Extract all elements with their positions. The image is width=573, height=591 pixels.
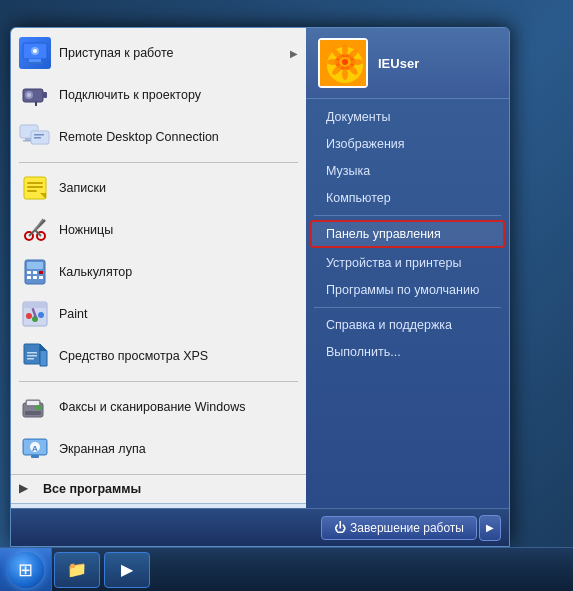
username: IEUser: [378, 56, 419, 71]
file-explorer-icon: 📁: [67, 560, 87, 579]
menu-item-nozhnicy[interactable]: Ножницы: [11, 209, 306, 251]
user-avatar: [318, 38, 368, 88]
user-section: IEUser: [306, 28, 509, 99]
menu-item-text-magnifier: Экранная лупа: [59, 442, 146, 456]
menu-item-text-pristupat: Приступая к работе: [59, 46, 173, 60]
svg-point-63: [342, 59, 348, 65]
start-button[interactable]: [0, 548, 52, 592]
projector-icon: [19, 79, 51, 111]
right-separator-2: [314, 307, 501, 308]
svg-rect-1: [29, 59, 41, 62]
right-menu-item-kompyuter[interactable]: Компьютер: [310, 185, 505, 211]
start-menu: Приступая к работе ▶: [10, 27, 510, 547]
svg-rect-53: [36, 405, 41, 410]
shutdown-icon: ⏻: [334, 521, 346, 535]
start-orb[interactable]: [8, 552, 44, 588]
svg-point-41: [38, 312, 44, 318]
svg-rect-9: [35, 102, 37, 106]
menu-item-xps[interactable]: Средство просмотра XPS: [11, 335, 306, 377]
svg-rect-30: [27, 262, 43, 269]
svg-rect-48: [27, 358, 34, 360]
svg-rect-35: [33, 276, 37, 279]
paint-icon: [19, 298, 51, 330]
menu-item-text-rdc: Remote Desktop Connection: [59, 130, 219, 144]
menu-item-rdc[interactable]: Remote Desktop Connection: [11, 116, 306, 158]
right-menu-item-dokumenty[interactable]: Документы: [310, 104, 505, 130]
svg-rect-17: [34, 137, 41, 139]
right-menu-item-ustroistva[interactable]: Устройства и принтеры: [310, 250, 505, 276]
svg-rect-20: [27, 186, 43, 188]
menu-separator-1: [19, 162, 298, 163]
menu-item-kalkulator[interactable]: Калькулятор: [11, 251, 306, 293]
nozhnicy-icon: [19, 214, 51, 246]
svg-text:A: A: [32, 444, 38, 453]
svg-point-67: [351, 59, 363, 65]
pristupat-arrow: ▶: [290, 48, 298, 59]
right-menu-item-spravka[interactable]: Справка и поддержка: [310, 312, 505, 338]
svg-rect-38: [24, 302, 46, 308]
zapiski-icon: [19, 172, 51, 204]
menu-items-list: Приступая к работе ▶: [11, 28, 306, 474]
svg-rect-19: [27, 182, 43, 184]
start-menu-body: Приступая к работе ▶: [11, 28, 509, 508]
svg-rect-32: [33, 271, 37, 274]
shutdown-group: ⏻ Завершение работы ▶: [321, 515, 501, 541]
pristupat-icon: [19, 37, 51, 69]
svg-rect-2: [27, 62, 43, 64]
right-menu-item-panel[interactable]: Панель управления: [310, 220, 505, 248]
svg-rect-31: [27, 271, 31, 274]
menu-item-projector[interactable]: Подключить к проектору: [11, 74, 306, 116]
fax-icon: [19, 391, 51, 423]
media-icon: ▶: [121, 560, 133, 579]
taskbar-media[interactable]: ▶: [104, 552, 150, 588]
menu-item-magnifier[interactable]: A Экранная лупа: [11, 428, 306, 470]
svg-rect-51: [27, 401, 39, 405]
right-menu-item-izobrazheniya[interactable]: Изображения: [310, 131, 505, 157]
menu-item-pristupat[interactable]: Приступая к работе ▶: [11, 32, 306, 74]
menu-item-text-kalkulator: Калькулятор: [59, 265, 132, 279]
menu-item-paint[interactable]: Paint: [11, 293, 306, 335]
svg-rect-21: [27, 190, 37, 192]
menu-item-text-paint: Paint: [59, 307, 88, 321]
start-menu-right-panel: IEUser Документы Изображения Музыка Комп…: [306, 28, 509, 508]
taskbar: 📁 ▶: [0, 547, 573, 591]
user-avatar-image: [320, 40, 366, 86]
svg-point-64: [342, 44, 348, 56]
right-menu-item-vypolnit[interactable]: Выполнить...: [310, 339, 505, 365]
menu-item-zapiski[interactable]: Записки: [11, 167, 306, 209]
menu-item-text-projector: Подключить к проектору: [59, 88, 201, 102]
all-programs-item[interactable]: ▶ Все программы: [11, 474, 306, 503]
shutdown-label: Завершение работы: [350, 521, 464, 535]
svg-rect-33: [39, 271, 43, 274]
menu-item-text-zapiski: Записки: [59, 181, 106, 195]
magnifier-icon: A: [19, 433, 51, 465]
svg-rect-8: [43, 92, 47, 98]
svg-rect-12: [25, 138, 31, 140]
right-menu-item-programmy[interactable]: Программы по умолчанию: [310, 277, 505, 303]
svg-rect-46: [27, 352, 37, 354]
svg-point-4: [33, 49, 37, 53]
menu-item-text-fax: Факсы и сканирование Windows: [59, 400, 245, 414]
shutdown-arrow-button[interactable]: ▶: [479, 515, 501, 541]
svg-rect-52: [25, 411, 41, 415]
taskbar-file-explorer[interactable]: 📁: [54, 552, 100, 588]
all-programs-text: Все программы: [43, 482, 141, 496]
all-programs-icon: ▶: [19, 481, 35, 497]
rdc-icon: [19, 121, 51, 153]
desktop: Приступая к работе ▶: [0, 0, 573, 591]
right-menu-item-muzyka[interactable]: Музыка: [310, 158, 505, 184]
svg-rect-36: [39, 276, 43, 279]
right-separator-1: [314, 215, 501, 216]
kalkulator-icon: [19, 256, 51, 288]
svg-point-66: [327, 59, 339, 65]
menu-item-fax[interactable]: Факсы и сканирование Windows: [11, 386, 306, 428]
start-menu-left-panel: Приступая к работе ▶: [11, 28, 306, 508]
menu-item-text-nozhnicy: Ножницы: [59, 223, 113, 237]
xps-icon: [19, 340, 51, 372]
svg-point-7: [27, 93, 31, 97]
svg-rect-16: [34, 134, 44, 136]
svg-rect-43: [24, 344, 40, 364]
svg-point-39: [26, 313, 32, 319]
right-menu-items: Документы Изображения Музыка Компьютер П…: [306, 99, 509, 508]
shutdown-button[interactable]: ⏻ Завершение работы: [321, 516, 477, 540]
